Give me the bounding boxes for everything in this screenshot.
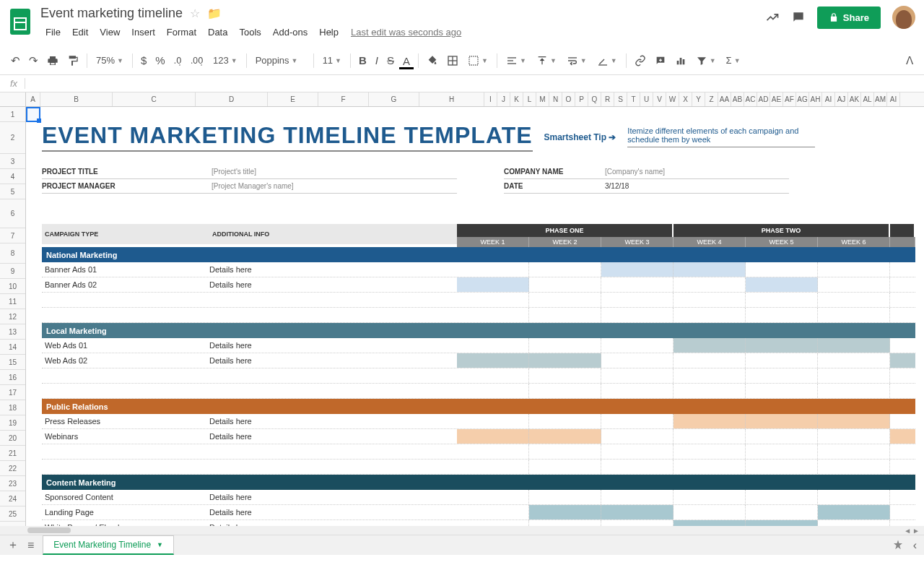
row-header[interactable]: 12 (0, 309, 25, 324)
col-header[interactable]: B (40, 92, 113, 106)
task-row[interactable]: Web Ads 02Details here (42, 353, 915, 368)
timeline-cell[interactable] (457, 490, 529, 504)
timeline-cell[interactable] (674, 505, 746, 519)
timeline-cell[interactable] (746, 353, 818, 368)
paint-format-icon[interactable] (64, 52, 82, 69)
col-header[interactable]: N (549, 92, 562, 106)
project-title-value[interactable]: [Project's title] (212, 165, 457, 179)
blank-row[interactable] (42, 384, 915, 399)
timeline-cell[interactable] (529, 490, 601, 504)
row-header[interactable]: 19 (0, 415, 25, 431)
row-header[interactable]: 21 (0, 446, 25, 461)
timeline-cell[interactable] (674, 262, 746, 277)
halign-icon[interactable]: ▼ (502, 53, 531, 69)
timeline-cell[interactable] (529, 277, 601, 292)
merge-icon[interactable]: ▼ (463, 53, 492, 69)
explore-icon[interactable] (892, 539, 905, 552)
col-header[interactable]: AI (887, 92, 900, 106)
timeline-cell[interactable] (457, 429, 529, 444)
timeline-cell[interactable] (457, 505, 529, 519)
link-icon[interactable] (631, 52, 650, 69)
timeline-cell[interactable] (818, 353, 890, 368)
col-header[interactable]: Z (705, 92, 718, 106)
timeline-cell[interactable] (674, 353, 746, 368)
col-header[interactable]: S (614, 92, 627, 106)
last-edit-link[interactable]: Last edit was seconds ago (351, 27, 461, 38)
task-row[interactable]: WebinarsDetails here (42, 429, 915, 444)
valign-icon[interactable]: ▼ (532, 53, 561, 69)
timeline-cell[interactable] (529, 414, 601, 428)
formula-input[interactable] (25, 78, 921, 89)
menu-help[interactable]: Help (314, 24, 344, 40)
timeline-cell[interactable] (674, 429, 746, 444)
row-header[interactable]: 14 (0, 340, 25, 355)
star-icon[interactable]: ☆ (190, 7, 200, 20)
folder-icon[interactable]: 📁 (207, 7, 222, 20)
timeline-cell[interactable] (601, 277, 674, 292)
timeline-cell[interactable] (818, 490, 890, 504)
timeline-cell[interactable] (890, 262, 915, 277)
timeline-cell[interactable] (601, 490, 674, 504)
row-header[interactable]: 15 (0, 355, 25, 370)
timeline-cell[interactable] (890, 490, 915, 504)
row-header[interactable]: 4 (0, 169, 25, 184)
task-row[interactable]: Press ReleasesDetails here (42, 414, 915, 429)
text-color-icon[interactable]: A (399, 52, 414, 69)
col-header[interactable]: F (318, 92, 369, 106)
col-header[interactable]: AG (796, 92, 809, 106)
row-header[interactable]: 1 (0, 107, 25, 122)
timeline-cell[interactable] (601, 353, 674, 368)
smartsheet-tip-link[interactable]: Smartsheet Tip ➔ (544, 132, 616, 142)
timeline-cell[interactable] (601, 414, 674, 428)
timeline-cell[interactable] (674, 490, 746, 504)
col-header[interactable]: G (369, 92, 419, 106)
row-header[interactable]: 18 (0, 400, 25, 415)
timeline-cell[interactable] (890, 277, 915, 292)
row-header[interactable]: 2 (0, 122, 25, 154)
col-header[interactable]: Q (588, 92, 601, 106)
col-header[interactable]: AA (718, 92, 731, 106)
timeline-cell[interactable] (746, 414, 818, 428)
menu-view[interactable]: View (95, 24, 125, 40)
row-header[interactable]: 23 (0, 476, 25, 491)
row-header[interactable]: 22 (0, 461, 25, 476)
menu-data[interactable]: Data (203, 24, 232, 40)
share-button[interactable]: Share (817, 7, 881, 29)
format-select[interactable]: 123▼ (209, 53, 242, 68)
col-header[interactable]: W (666, 92, 679, 106)
all-sheets-icon[interactable]: ≡ (27, 539, 34, 552)
zoom-select[interactable]: 75%▼ (92, 53, 128, 68)
blank-row[interactable] (42, 368, 915, 384)
filter-icon[interactable]: ▼ (692, 53, 720, 69)
font-select[interactable]: Poppins▼ (251, 53, 309, 68)
insert-comment-icon[interactable] (651, 52, 670, 69)
timeline-cell[interactable] (457, 353, 529, 368)
col-header[interactable]: A (26, 92, 40, 106)
col-header[interactable]: M (536, 92, 549, 106)
redo-icon[interactable]: ↷ (25, 51, 42, 70)
italic-icon[interactable]: I (372, 51, 382, 69)
row-header[interactable]: 10 (0, 279, 25, 294)
timeline-cell[interactable] (601, 429, 674, 444)
row-header[interactable]: 3 (0, 154, 25, 169)
col-header[interactable]: AB (731, 92, 744, 106)
timeline-cell[interactable] (746, 277, 818, 292)
menu-insert[interactable]: Insert (126, 24, 160, 40)
timeline-cell[interactable] (529, 505, 601, 519)
menu-edit[interactable]: Edit (67, 24, 93, 40)
timeline-cell[interactable] (818, 338, 890, 353)
row-header[interactable]: 8 (0, 243, 25, 264)
col-header[interactable]: AJ (835, 92, 848, 106)
timeline-cell[interactable] (890, 353, 915, 368)
timeline-cell[interactable] (818, 505, 890, 519)
timeline-cell[interactable] (601, 505, 674, 519)
col-header[interactable]: Y (692, 92, 705, 106)
timeline-cell[interactable] (818, 429, 890, 444)
rotate-icon[interactable]: ▼ (593, 53, 622, 69)
wrap-icon[interactable]: ▼ (562, 53, 591, 69)
timeline-cell[interactable] (890, 338, 915, 353)
timeline-cell[interactable] (457, 277, 529, 292)
undo-icon[interactable]: ↶ (7, 51, 24, 70)
row-header[interactable]: 24 (0, 491, 25, 506)
row-header[interactable]: 20 (0, 431, 25, 446)
